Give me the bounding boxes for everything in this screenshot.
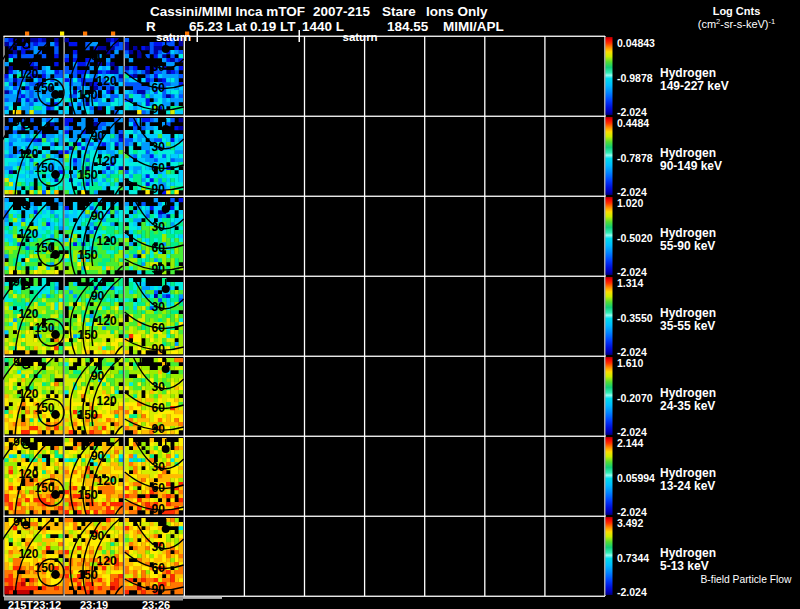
svg-text:1440 L: 1440 L (302, 19, 344, 34)
svg-text:Hydrogen: Hydrogen (660, 146, 716, 160)
svg-text:Hydrogen: Hydrogen (660, 386, 716, 400)
svg-text:Log Cnts: Log Cnts (713, 5, 761, 17)
svg-text:Hydrogen: Hydrogen (660, 226, 716, 240)
svg-text:24-35 keV: 24-35 keV (660, 399, 715, 413)
svg-text:Ions Only: Ions Only (426, 4, 488, 19)
svg-text:(cm2-sr-s-keV)-1: (cm2-sr-s-keV)-1 (698, 17, 775, 30)
svg-text:149-227 keV: 149-227 keV (660, 79, 729, 93)
svg-text:Hydrogen: Hydrogen (660, 466, 716, 480)
svg-text:65.23 Lat: 65.23 Lat (189, 19, 247, 34)
svg-text:-2.024: -2.024 (617, 506, 647, 518)
svg-text:3.492: 3.492 (617, 517, 643, 529)
svg-text:23:26: 23:26 (142, 599, 170, 609)
svg-text:-2.024: -2.024 (617, 186, 647, 198)
svg-text:-2.024: -2.024 (617, 266, 647, 278)
svg-text:90-149 keV: 90-149 keV (660, 159, 722, 173)
svg-text:-0.9878: -0.9878 (617, 72, 653, 84)
svg-text:215T23:12: 215T23:12 (8, 599, 61, 609)
svg-text:-2.024: -2.024 (617, 346, 647, 358)
svg-text:Hydrogen: Hydrogen (660, 546, 716, 560)
svg-text:184.55: 184.55 (387, 19, 429, 34)
svg-text:0.05994: 0.05994 (617, 472, 655, 484)
svg-text:1.020: 1.020 (617, 197, 643, 209)
svg-text:Hydrogen: Hydrogen (660, 306, 716, 320)
svg-text:R: R (146, 19, 156, 34)
svg-text:-2.024: -2.024 (617, 106, 647, 118)
svg-text:0.7344: 0.7344 (617, 552, 649, 564)
svg-text:-0.3550: -0.3550 (617, 312, 653, 324)
svg-text:1.610: 1.610 (617, 357, 643, 369)
svg-text:saturn: saturn (343, 31, 378, 43)
svg-text:2.144: 2.144 (617, 437, 643, 449)
svg-text:2007-215: 2007-215 (313, 4, 371, 19)
svg-text:MIMI/APL: MIMI/APL (443, 19, 504, 34)
svg-text:saturn: saturn (156, 31, 191, 43)
svg-text:-0.2070: -0.2070 (617, 392, 653, 404)
svg-text:23:19: 23:19 (80, 599, 108, 609)
svg-text:Cassini/MIMI Inca mTOF: Cassini/MIMI Inca mTOF (150, 4, 305, 19)
svg-text:B-field Particle Flow: B-field Particle Flow (701, 574, 793, 585)
svg-text:-2.024: -2.024 (617, 586, 647, 598)
svg-text:55-90 keV: 55-90 keV (660, 239, 715, 253)
svg-text:0.19 LT: 0.19 LT (250, 19, 296, 34)
svg-text:-2.024: -2.024 (617, 426, 647, 438)
svg-text:1.314: 1.314 (617, 277, 643, 289)
svg-text:Stare: Stare (382, 4, 416, 19)
svg-text:0.4484: 0.4484 (617, 117, 649, 129)
svg-text:-0.5020: -0.5020 (617, 232, 653, 244)
svg-text:35-55 keV: 35-55 keV (660, 319, 715, 333)
svg-text:-0.7878: -0.7878 (617, 152, 653, 164)
svg-text:Hydrogen: Hydrogen (660, 66, 716, 80)
svg-text:0.04843: 0.04843 (617, 37, 655, 49)
svg-text:5-13 keV: 5-13 keV (660, 559, 709, 573)
svg-text:13-24 keV: 13-24 keV (660, 479, 715, 493)
